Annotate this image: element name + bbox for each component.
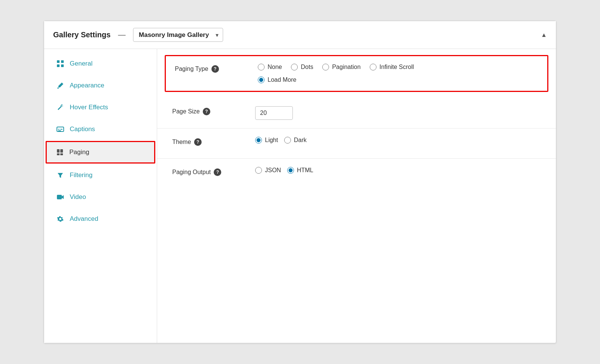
- paging-type-dots-radio[interactable]: [291, 64, 298, 70]
- grid-icon: [56, 60, 64, 68]
- sidebar-item-appearance-label: Appearance: [70, 82, 104, 89]
- paging-type-load-more-radio[interactable]: [258, 76, 265, 83]
- theme-label: Theme ?: [172, 137, 248, 146]
- wrench-icon: [56, 103, 64, 112]
- brush-icon: [56, 81, 64, 90]
- paging-output-html-option[interactable]: HTML: [287, 167, 314, 174]
- paging-output-controls: JSON HTML: [255, 167, 541, 174]
- sidebar: General Appearance Hove: [44, 49, 157, 343]
- sidebar-item-advanced[interactable]: Advanced: [44, 208, 157, 230]
- paging-type-load-more-option[interactable]: Load More: [258, 76, 297, 83]
- page-size-control: [255, 106, 541, 120]
- gallery-settings-panel: Gallery Settings — Masonry Image Gallery…: [44, 21, 556, 343]
- theme-light-option[interactable]: Light: [255, 137, 278, 144]
- captions-icon: [56, 125, 64, 133]
- theme-section: Theme ? Light Dark: [157, 128, 556, 159]
- paging-type-dots-option[interactable]: Dots: [291, 64, 313, 70]
- theme-help-icon[interactable]: ?: [194, 138, 202, 146]
- panel-title-static: Gallery Settings: [53, 31, 110, 39]
- collapse-arrow-icon[interactable]: ▲: [541, 32, 547, 38]
- sidebar-item-general[interactable]: General: [44, 53, 157, 75]
- filter-icon: [56, 171, 64, 179]
- sidebar-item-video-label: Video: [70, 193, 86, 201]
- svg-rect-5: [58, 129, 60, 130]
- paging-output-label: Paging Output ?: [172, 167, 248, 176]
- paging-output-help-icon[interactable]: ?: [214, 168, 221, 176]
- paging-type-pagination-radio[interactable]: [322, 64, 329, 70]
- sidebar-item-appearance[interactable]: Appearance: [44, 75, 157, 96]
- video-icon: [56, 193, 64, 201]
- paging-type-none-option[interactable]: None: [258, 64, 282, 70]
- paging-output-html-radio[interactable]: [287, 167, 294, 174]
- paging-type-section: Paging Type ? None Dots: [165, 55, 548, 92]
- panel-header: Gallery Settings — Masonry Image Gallery…: [44, 21, 556, 49]
- sidebar-item-hover-effects[interactable]: Hover Effects: [44, 96, 157, 118]
- panel-body: General Appearance Hove: [44, 49, 556, 343]
- svg-rect-0: [57, 60, 60, 63]
- svg-rect-2: [57, 64, 60, 67]
- sidebar-item-captions[interactable]: Captions: [44, 118, 157, 140]
- page-size-label: Page Size ?: [172, 106, 248, 115]
- theme-controls: Light Dark: [255, 137, 541, 144]
- sidebar-item-paging-label: Paging: [69, 148, 89, 156]
- sidebar-item-general-label: General: [70, 60, 92, 67]
- svg-rect-12: [57, 195, 62, 199]
- svg-rect-8: [57, 149, 60, 153]
- sidebar-item-captions-label: Captions: [70, 125, 95, 133]
- paging-type-row-1: None Dots Pagination Infinite Scrol: [258, 64, 538, 70]
- theme-light-radio[interactable]: [255, 137, 262, 144]
- paging-output-json-option[interactable]: JSON: [255, 167, 281, 174]
- paging-type-none-radio[interactable]: [258, 64, 265, 70]
- paging-type-label: Paging Type ?: [175, 64, 250, 73]
- sidebar-item-paging[interactable]: Paging: [46, 141, 155, 164]
- sidebar-item-hover-effects-label: Hover Effects: [70, 104, 108, 111]
- paging-type-row-2: Load More: [258, 76, 538, 83]
- svg-rect-10: [57, 153, 60, 155]
- svg-rect-7: [58, 130, 61, 131]
- paging-type-pagination-option[interactable]: Pagination: [322, 64, 361, 70]
- svg-rect-11: [60, 153, 63, 155]
- panel-title-separator: —: [118, 31, 126, 39]
- svg-rect-6: [60, 129, 63, 130]
- paging-icon: [56, 148, 64, 156]
- sidebar-item-filtering[interactable]: Filtering: [44, 164, 157, 186]
- paging-type-infinite-scroll-radio[interactable]: [370, 64, 377, 70]
- sidebar-item-filtering-label: Filtering: [70, 171, 92, 179]
- sidebar-item-advanced-label: Advanced: [70, 215, 98, 223]
- svg-rect-9: [60, 149, 63, 153]
- panel-header-left: Gallery Settings — Masonry Image Gallery…: [53, 28, 223, 42]
- gear-icon: [56, 215, 64, 223]
- page-size-section: Page Size ?: [157, 98, 556, 128]
- paging-type-help-icon[interactable]: ?: [211, 65, 219, 73]
- gallery-type-select[interactable]: Masonry Image Gallery: [133, 28, 223, 42]
- main-content: Paging Type ? None Dots: [157, 49, 556, 343]
- theme-dark-option[interactable]: Dark: [284, 137, 307, 144]
- paging-output-json-radio[interactable]: [255, 167, 262, 174]
- gallery-select-wrapper[interactable]: Masonry Image Gallery ▼: [133, 28, 223, 42]
- page-size-help-icon[interactable]: ?: [203, 108, 210, 115]
- paging-type-controls: None Dots Pagination Infinite Scrol: [258, 64, 538, 83]
- paging-type-infinite-scroll-option[interactable]: Infinite Scroll: [370, 64, 414, 70]
- theme-dark-radio[interactable]: [284, 137, 291, 144]
- paging-output-section: Paging Output ? JSON HTML: [157, 159, 556, 189]
- svg-rect-3: [61, 64, 64, 67]
- sidebar-item-video[interactable]: Video: [44, 186, 157, 208]
- page-size-input[interactable]: [255, 106, 293, 120]
- svg-rect-1: [61, 60, 64, 63]
